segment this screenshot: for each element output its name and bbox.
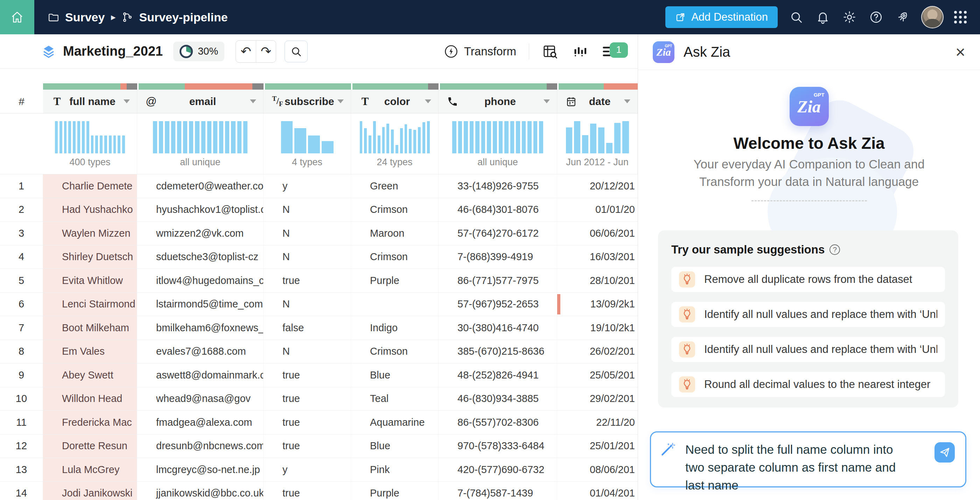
lightbulb-icon	[679, 376, 695, 393]
cell-date: 01/01/20	[557, 198, 638, 221]
gear-icon[interactable]	[842, 9, 858, 25]
histogram-bar	[373, 121, 376, 153]
quality-segment-gray	[127, 83, 137, 90]
table-row-13: 13Lula McGreylmcgreyc@so-net.ne.jpyPink4…	[0, 458, 638, 482]
histogram-bar	[219, 121, 223, 153]
transform-button[interactable]: Transform	[444, 44, 516, 59]
histogram-bar	[360, 121, 363, 153]
breadcrumb-pipeline[interactable]: Survey-pipeline	[121, 11, 228, 24]
close-icon[interactable]: ×	[956, 44, 965, 61]
chevron-down-icon[interactable]	[624, 99, 630, 103]
histogram-phone[interactable]: all unique	[439, 113, 557, 174]
cell-color: Indigo	[370, 322, 398, 334]
column-header-email[interactable]: @email	[137, 90, 264, 113]
quality-segment-red	[120, 83, 127, 90]
rocket-icon[interactable]	[895, 9, 911, 25]
column-stats-icon[interactable]	[571, 43, 588, 60]
histogram-subscriber[interactable]: 4 types	[264, 113, 351, 174]
lightbulb-icon	[679, 341, 695, 357]
suggestion-chip-1[interactable]: Remove all duplicate rows from the datas…	[671, 267, 945, 292]
cell-color: Blue	[370, 369, 390, 381]
search-icon[interactable]	[788, 9, 804, 25]
histogram-color[interactable]: 24 types	[351, 113, 439, 174]
zia-input-text[interactable]: Need to split the full name column into …	[685, 441, 909, 494]
cell-color: Purple	[351, 482, 439, 500]
cell-subscriber: false	[282, 322, 304, 334]
cell-subscriber: N	[264, 340, 351, 363]
suggestion-label: Identify all null values and replace the…	[704, 308, 937, 321]
column-header-date[interactable]: date	[557, 90, 638, 113]
histogram-bar	[539, 121, 543, 153]
column-header-color[interactable]: Tcolor	[351, 90, 439, 113]
data-quality-pill[interactable]: 30%	[173, 42, 224, 61]
cell-date: 19/10/2k1	[557, 316, 638, 340]
table-search-button[interactable]	[285, 41, 308, 62]
suggestion-chip-3[interactable]: Identify all null values and replace the…	[671, 337, 945, 362]
cell-date: 20/12/201	[590, 180, 635, 192]
chevron-down-icon[interactable]	[250, 99, 256, 103]
suggestions-help-icon[interactable]: ?	[829, 244, 840, 255]
histogram-bar	[225, 121, 229, 153]
histogram-summary-label: all unique	[477, 157, 518, 168]
histogram-bar	[458, 121, 462, 153]
histogram-email[interactable]: all unique	[137, 113, 264, 174]
send-button[interactable]	[934, 442, 955, 463]
home-button[interactable]	[0, 0, 34, 34]
chevron-down-icon[interactable]	[425, 99, 431, 103]
column-header-full-name[interactable]: Tfull name	[43, 90, 137, 113]
suggestion-chip-4[interactable]: Round all decimal values to the nearest …	[671, 372, 945, 397]
cell-subscriber: true	[264, 435, 351, 458]
histogram-summary-label: 24 types	[377, 157, 412, 168]
histogram-full-name[interactable]: 400 types	[43, 113, 137, 174]
table-row-2: 2Had Yushachkohyushachkov1@toplist.czNCr…	[0, 198, 638, 222]
column-header-phone[interactable]: phone	[439, 90, 557, 113]
cell-num: 2	[19, 204, 24, 215]
cell-email: fmadgea@alexa.com	[137, 411, 264, 434]
breadcrumb-chevron-icon: ▸	[111, 12, 115, 22]
table-row-10: 10Willdon Headwhead9@nasa@govtrueTeal46-…	[0, 387, 638, 411]
histogram-bar	[159, 121, 163, 153]
histogram-bar	[213, 121, 217, 153]
cell-color: Crimson	[351, 340, 439, 363]
histogram-bar	[91, 135, 94, 153]
apps-grid-icon[interactable]	[954, 11, 967, 24]
undo-button[interactable]: ↶	[236, 41, 256, 62]
pipeline-steps-icon[interactable]: 1	[601, 43, 617, 60]
histogram-bar	[493, 121, 497, 153]
cell-email: lmcgreyc@so-net.ne.jp	[137, 458, 264, 481]
preview-table-icon[interactable]	[542, 43, 558, 60]
cell-num: 12	[0, 435, 43, 458]
redo-button[interactable]: ↷	[256, 41, 276, 62]
cell-subscriber: N	[282, 251, 290, 263]
zia-input[interactable]: Need to split the full name column into …	[650, 432, 966, 487]
help-icon[interactable]	[868, 9, 884, 25]
cell-color: Aquamarine	[370, 417, 425, 428]
cell-full_name: Boot Milkeham	[43, 316, 137, 340]
chevron-down-icon[interactable]	[544, 99, 550, 103]
cell-color: Green	[370, 180, 398, 192]
chevron-down-icon[interactable]	[337, 99, 344, 103]
user-avatar[interactable]	[921, 6, 943, 29]
chevron-down-icon[interactable]	[124, 99, 130, 103]
histogram-bar	[574, 121, 580, 153]
histogram-bar	[195, 121, 199, 153]
cell-date: 26/02/201	[557, 340, 638, 363]
text-icon: T	[50, 95, 64, 108]
histogram-bars	[566, 121, 629, 153]
cell-date: 26/02/201	[590, 346, 635, 357]
bell-icon[interactable]	[815, 9, 831, 25]
cell-num: 10	[0, 387, 43, 411]
cell-color: Maroon	[351, 221, 439, 245]
suggestion-chip-2[interactable]: Identify all null values and replace the…	[671, 302, 945, 327]
cell-full_name: Willdon Head	[43, 387, 137, 411]
cell-email: cdemeter0@weather.com	[137, 174, 264, 198]
cell-full_name: Lenci Stairmond	[43, 293, 137, 316]
breadcrumb-project[interactable]: Survey	[48, 11, 105, 24]
add-destination-button[interactable]: Add Destination	[665, 6, 778, 28]
column-header-subscriber[interactable]: T/Fsubscriber	[264, 90, 351, 113]
histogram-bar	[171, 121, 175, 153]
histogram-bar	[504, 121, 509, 153]
histogram-date[interactable]: Jun 2012 - Jun	[557, 113, 638, 174]
histogram-bar	[522, 121, 526, 153]
cell-subscriber: N	[282, 204, 290, 215]
